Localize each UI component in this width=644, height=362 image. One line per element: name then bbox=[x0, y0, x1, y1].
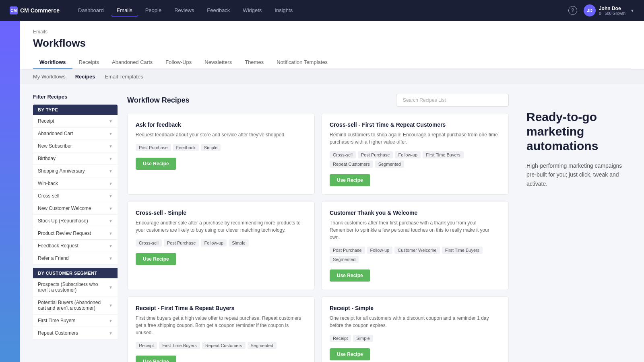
filter-feedback-request[interactable]: Feedback Request ▼ bbox=[33, 240, 118, 252]
recipe-card-receipt-first-time: Receipt - First Time & Repeat Buyers Fir… bbox=[127, 296, 315, 362]
filter-abandoned-cart[interactable]: Abandoned Cart ▼ bbox=[33, 128, 118, 140]
tag: Post Purchase bbox=[358, 151, 393, 158]
nav-widgets[interactable]: Widgets bbox=[237, 5, 267, 16]
filter-new-subscriber[interactable]: New Subscriber ▼ bbox=[33, 140, 118, 152]
sub-tab-recipes[interactable]: Recipes bbox=[75, 73, 95, 80]
sub-tab-my-workflows[interactable]: My Workflows bbox=[33, 73, 66, 80]
main-content: Emails Workflows Workflows Receipts Aban… bbox=[20, 21, 644, 362]
tag: Simple bbox=[353, 335, 373, 342]
tab-nav: Workflows Receipts Abandoned Carts Follo… bbox=[33, 56, 631, 69]
filter-new-customer-welcome[interactable]: New Customer Welcome ▼ bbox=[33, 202, 118, 215]
search-input[interactable] bbox=[396, 94, 509, 107]
logo-icon: CM bbox=[10, 6, 18, 14]
recipes-grid: Ask for feedback Request feedback about … bbox=[127, 113, 509, 362]
recipe-title: Cross-sell - First Time & Repeat Custome… bbox=[330, 121, 500, 128]
tag: Repeat Customers bbox=[330, 160, 373, 168]
tab-notification-templates[interactable]: Notification Templates bbox=[270, 56, 334, 69]
filter-title: Filter Recipes bbox=[33, 94, 118, 100]
nav-reviews[interactable]: Reviews bbox=[169, 5, 200, 16]
sub-tab-email-templates[interactable]: Email Templates bbox=[105, 73, 143, 80]
recipe-title: Customer Thank you & Welcome bbox=[330, 210, 500, 216]
nav-emails[interactable]: Emails bbox=[111, 5, 138, 16]
tab-newsletters[interactable]: Newsletters bbox=[198, 56, 238, 69]
recipe-tags: Cross-sell Post Purchase Follow-up First… bbox=[330, 151, 500, 168]
chevron-icon: ▼ bbox=[109, 181, 113, 186]
filter-cross-sell[interactable]: Cross-sell ▼ bbox=[33, 190, 118, 202]
filter-potential-buyers[interactable]: Potential Buyers (Abandoned cart and are… bbox=[33, 296, 118, 315]
tag: Follow-up bbox=[395, 151, 421, 158]
use-recipe-button[interactable]: Use Recipe bbox=[136, 158, 176, 170]
chevron-icon: ▼ bbox=[109, 256, 113, 261]
filter-receipt[interactable]: Receipt ▼ bbox=[33, 115, 118, 128]
tab-follow-ups[interactable]: Follow-Ups bbox=[159, 56, 198, 69]
tag: Cross-sell bbox=[330, 151, 356, 158]
recipe-desc: First time buyers get a high value offer… bbox=[136, 315, 306, 336]
use-recipe-button[interactable]: Use Recipe bbox=[330, 269, 370, 282]
tab-themes[interactable]: Themes bbox=[238, 56, 270, 69]
chevron-icon: ▼ bbox=[109, 285, 113, 290]
filter-product-review[interactable]: Product Review Request ▼ bbox=[33, 227, 118, 240]
user-menu[interactable]: JD John Doe 0 - 500 Growth ▼ bbox=[584, 4, 634, 16]
page-title: Workflows bbox=[33, 37, 631, 49]
chevron-icon: ▼ bbox=[109, 231, 113, 236]
tag: Receipt bbox=[330, 335, 351, 342]
left-panel bbox=[0, 21, 20, 362]
tag: Follow-up bbox=[201, 239, 227, 247]
recipe-desc: One receipt for all customers with a dis… bbox=[330, 315, 500, 329]
tag: Post Purchase bbox=[136, 144, 171, 151]
by-segment-header: BY CUSTOMER SEGMENT bbox=[33, 268, 118, 278]
filter-repeat-customers[interactable]: Repeat Customers ▼ bbox=[33, 327, 118, 339]
chevron-icon: ▼ bbox=[109, 331, 113, 335]
chevron-icon: ▼ bbox=[109, 319, 113, 323]
use-recipe-button[interactable]: Use Recipe bbox=[136, 253, 176, 265]
tab-abandoned-carts[interactable]: Abandoned Carts bbox=[105, 56, 159, 69]
chevron-icon: ▼ bbox=[109, 132, 113, 136]
breadcrumb: Emails bbox=[33, 29, 631, 35]
tag: First Time Buyers bbox=[442, 247, 483, 254]
nav-dashboard[interactable]: Dashboard bbox=[72, 5, 109, 16]
promo-title: Ready-to-go marketing automations bbox=[526, 110, 623, 153]
help-button[interactable]: ? bbox=[568, 6, 577, 15]
tag: Repeat Customers bbox=[202, 342, 246, 349]
tag: Receipt bbox=[136, 342, 157, 349]
use-recipe-button[interactable]: Use Recipe bbox=[136, 356, 176, 362]
page-wrapper: Emails Workflows Workflows Receipts Aban… bbox=[0, 21, 644, 362]
chevron-icon: ▼ bbox=[109, 206, 113, 211]
filter-birthday[interactable]: Birthday ▼ bbox=[33, 152, 118, 165]
nav-insights[interactable]: Insights bbox=[269, 5, 298, 16]
recipe-title: Cross-sell - Simple bbox=[136, 210, 306, 216]
filter-prospects[interactable]: Prospects (Subscribers who aren't a cust… bbox=[33, 278, 118, 296]
chevron-icon: ▼ bbox=[109, 156, 113, 161]
recipe-tags: Post Purchase Feedback Simple bbox=[136, 144, 306, 151]
chevron-icon: ▼ bbox=[109, 219, 113, 223]
tab-receipts[interactable]: Receipts bbox=[72, 56, 106, 69]
nav-people[interactable]: People bbox=[140, 5, 167, 16]
tab-workflows[interactable]: Workflows bbox=[33, 56, 72, 69]
filter-first-time-buyers[interactable]: First Time Buyers ▼ bbox=[33, 315, 118, 327]
content-area: Filter Recipes BY TYPE Receipt ▼ Abandon… bbox=[20, 84, 644, 362]
promo-desc: High-performing marketing campaigns pre-… bbox=[526, 161, 623, 188]
avatar: JD bbox=[584, 4, 596, 16]
recipe-title: Receipt - First Time & Repeat Buyers bbox=[136, 305, 306, 311]
top-nav: CM CM Commerce Dashboard Emails People R… bbox=[0, 0, 644, 21]
tag: First Time Buyers bbox=[423, 151, 464, 158]
right-promo: Ready-to-go marketing automations High-p… bbox=[518, 94, 631, 362]
filter-win-back[interactable]: Win-back ▼ bbox=[33, 177, 118, 190]
tag: First Time Buyers bbox=[159, 342, 200, 349]
tag: Post Purchase bbox=[330, 247, 365, 254]
filter-stock-up[interactable]: Stock Up (Repurchase) ▼ bbox=[33, 215, 118, 227]
recipe-tags: Receipt First Time Buyers Repeat Custome… bbox=[136, 342, 306, 349]
logo[interactable]: CM CM Commerce bbox=[10, 6, 60, 14]
use-recipe-button[interactable]: Use Recipe bbox=[330, 174, 370, 186]
use-recipe-button[interactable]: Use Recipe bbox=[330, 348, 370, 360]
recipe-card-receipt-simple: Receipt - Simple One receipt for all cus… bbox=[321, 296, 509, 362]
chevron-icon: ▼ bbox=[109, 119, 113, 123]
recipe-title: Ask for feedback bbox=[136, 121, 306, 128]
tag: Simple bbox=[201, 144, 221, 151]
filter-shopping-anniversary[interactable]: Shopping Anniversary ▼ bbox=[33, 165, 118, 177]
chevron-down-icon: ▼ bbox=[630, 8, 634, 13]
nav-feedback[interactable]: Feedback bbox=[201, 5, 235, 16]
logo-text: CM Commerce bbox=[20, 7, 60, 14]
tag: Post Purchase bbox=[164, 239, 199, 247]
filter-refer-a-friend[interactable]: Refer a Friend ▼ bbox=[33, 252, 118, 265]
